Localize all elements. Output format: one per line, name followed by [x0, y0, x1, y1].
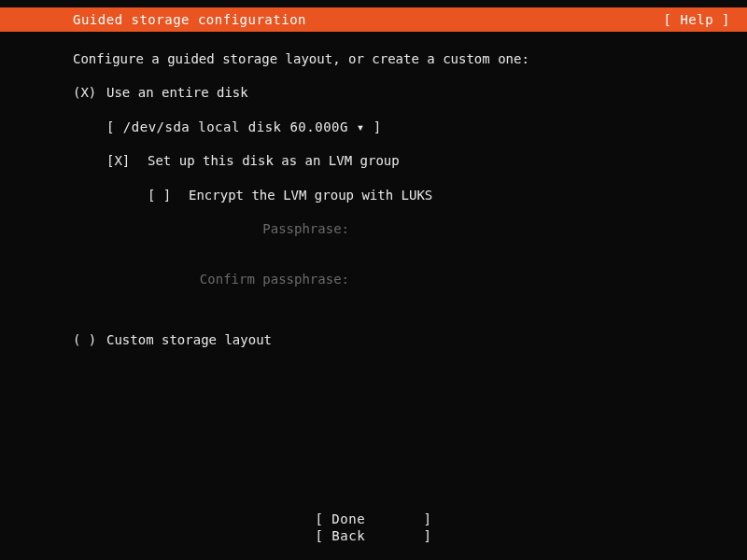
header-bar: Guided storage configuration [ Help ]	[0, 7, 747, 32]
checkbox-label-encrypt: Encrypt the LVM group with LUKS	[189, 185, 432, 205]
back-button[interactable]: [ Back ]	[315, 528, 431, 543]
disk-selector-dropdown[interactable]: [ /dev/sda local disk 60.000G ▾ ]	[106, 117, 747, 137]
instruction-text: Configure a guided storage layout, or cr…	[73, 49, 747, 69]
checkbox-encrypt[interactable]: [ ] Encrypt the LVM group with LUKS	[148, 185, 747, 205]
radio-marker-custom: ( )	[73, 329, 106, 350]
footer: [ Done ] [ Back ]	[0, 511, 747, 543]
check-marker-lvm: [X]	[106, 150, 148, 171]
done-button[interactable]: [ Done ]	[315, 511, 431, 526]
option-label-custom: Custom storage layout	[106, 329, 747, 350]
page-title: Guided storage configuration	[73, 12, 306, 27]
help-button[interactable]: [ Help ]	[664, 12, 730, 27]
option-entire-disk[interactable]: (X) Use an entire disk	[73, 82, 747, 103]
radio-marker-entire-disk: (X)	[73, 82, 106, 103]
option-custom-layout[interactable]: ( ) Custom storage layout	[73, 329, 747, 350]
lvm-subblock: [ ] Encrypt the LVM group with LUKS Pass…	[148, 185, 747, 290]
passphrase-label: Passphrase:	[148, 218, 357, 239]
option-label-entire-disk: Use an entire disk	[106, 82, 747, 103]
checkbox-label-lvm: Set up this disk as an LVM group	[148, 150, 400, 171]
confirm-passphrase-label: Confirm passphrase:	[148, 269, 357, 289]
main-content: Configure a guided storage layout, or cr…	[0, 32, 747, 350]
confirm-passphrase-row: Confirm passphrase:	[148, 269, 747, 289]
check-marker-encrypt: [ ]	[148, 185, 189, 205]
passphrase-row: Passphrase:	[148, 218, 747, 239]
checkbox-lvm[interactable]: [X] Set up this disk as an LVM group	[106, 150, 747, 171]
entire-disk-subblock: [ /dev/sda local disk 60.000G ▾ ] [X] Se…	[106, 117, 747, 290]
